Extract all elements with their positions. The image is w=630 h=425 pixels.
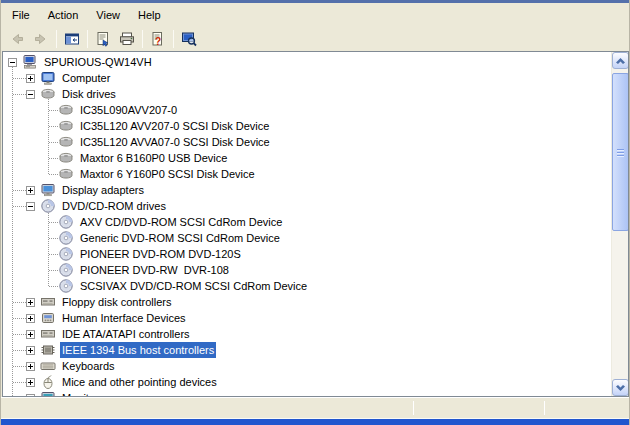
print-button[interactable]	[116, 28, 138, 50]
expand-expander-icon[interactable]	[26, 74, 35, 83]
tree-item-label[interactable]: PIONEER DVD-ROM DVD-120S	[78, 246, 243, 262]
tree-item-label[interactable]: Monitors	[60, 390, 106, 396]
expand-expander-icon[interactable]	[26, 186, 35, 195]
expand-expander-icon[interactable]	[26, 378, 35, 387]
tree-item-label[interactable]: Maxtor 6 B160P0 USB Device	[78, 150, 229, 166]
vertical-scrollbar[interactable]	[611, 52, 628, 396]
scrollbar-thumb[interactable]	[612, 73, 629, 231]
menu-bar: FileActionViewHelp	[1, 3, 629, 26]
toolbar-separator	[56, 30, 57, 48]
menu-action[interactable]: Action	[39, 6, 88, 24]
tree-row: SCSIVAX DVD/CD-ROM SCSI CdRom Device	[3, 278, 611, 294]
ieee1394-icon	[40, 342, 56, 358]
tree-connector	[49, 174, 58, 175]
expand-expander-icon[interactable]	[26, 314, 35, 323]
tree-connector	[13, 94, 26, 95]
expand-expander-icon[interactable]	[26, 394, 35, 397]
tree-connector	[13, 206, 26, 207]
menu-file[interactable]: File	[3, 6, 39, 24]
toolbar: ?	[1, 26, 629, 51]
tree-row: Display adapters	[3, 182, 611, 198]
help-button[interactable]: ?	[147, 28, 169, 50]
disk-drive-icon	[58, 134, 74, 150]
cdrom-drive-icon	[58, 246, 74, 262]
chevron-down-icon	[616, 385, 625, 391]
tree-item-label[interactable]: IC35L090AVV207-0	[78, 102, 179, 118]
tree-item-label[interactable]: IC35L120 AVV207-0 SCSI Disk Device	[78, 118, 271, 134]
tree-row: Human Interface Devices	[3, 310, 611, 326]
toolbar-separator	[142, 30, 143, 48]
tree-row: Generic DVD-ROM SCSI CdRom Device	[3, 230, 611, 246]
tree-connector	[49, 270, 58, 271]
floppy-controller-icon	[40, 294, 56, 310]
tree-item-label[interactable]: IEEE 1394 Bus host controllers	[60, 342, 216, 358]
tree-row: PIONEER DVD-RW DVR-108	[3, 262, 611, 278]
tree-item-label[interactable]: Mice and other pointing devices	[60, 374, 219, 390]
properties-button[interactable]	[92, 28, 114, 50]
collapse-expander-icon[interactable]	[26, 90, 35, 99]
tree-item-label[interactable]: Display adapters	[60, 182, 146, 198]
scroll-down-button[interactable]	[612, 379, 629, 396]
tree-row: IC35L120 AVV207-0 SCSI Disk Device	[3, 118, 611, 134]
expand-expander-icon[interactable]	[26, 362, 35, 371]
console-tree-icon	[64, 31, 80, 47]
show-console-tree-button[interactable]	[61, 28, 83, 50]
tree-connector	[13, 334, 26, 335]
tree-row: Monitors	[3, 390, 611, 396]
tree-item-label[interactable]: SCSIVAX DVD/CD-ROM SCSI CdRom Device	[78, 278, 309, 294]
scan-hardware-button[interactable]	[178, 28, 200, 50]
tree-connector	[49, 238, 58, 239]
expand-expander-icon[interactable]	[26, 298, 35, 307]
ide-controller-icon	[40, 326, 56, 342]
tree-row: Computer	[3, 70, 611, 86]
computer-icon	[40, 70, 56, 86]
forward-arrow-icon	[33, 31, 49, 47]
tree-row: AXV CD/DVD-ROM SCSI CdRom Device	[3, 214, 611, 230]
tree-item-label[interactable]: Human Interface Devices	[60, 310, 188, 326]
scroll-up-button[interactable]	[612, 52, 629, 69]
device-manager-window: FileActionViewHelp ? SPURIOUS-QW14VHComp…	[0, 0, 630, 425]
tree-item-label[interactable]: AXV CD/DVD-ROM SCSI CdRom Device	[78, 214, 284, 230]
menu-help[interactable]: Help	[129, 6, 170, 24]
tree-connector	[49, 142, 58, 143]
forward-button	[30, 28, 52, 50]
cdrom-drive-icon	[58, 278, 74, 294]
keyboard-icon	[40, 358, 56, 374]
taskbar-top-edge	[1, 418, 629, 425]
expand-expander-icon[interactable]	[26, 346, 35, 355]
collapse-expander-icon[interactable]	[8, 58, 17, 67]
hid-icon	[40, 310, 56, 326]
tree-connector	[13, 350, 26, 351]
tree-item-label[interactable]: Floppy disk controllers	[60, 294, 173, 310]
tree-item-label[interactable]: SPURIOUS-QW14VH	[42, 54, 154, 70]
tree-connector	[49, 222, 58, 223]
device-tree: SPURIOUS-QW14VHComputerDisk drivesIC35L0…	[3, 54, 611, 396]
tree-row: IEEE 1394 Bus host controllers	[3, 342, 611, 358]
tree-connector	[49, 158, 58, 159]
disk-drive-icon	[58, 118, 74, 134]
properties-icon	[95, 31, 111, 47]
tree-item-label[interactable]: IDE ATA/ATAPI controllers	[60, 326, 192, 342]
svg-text:?: ?	[155, 35, 161, 46]
disk-drive-icon	[58, 102, 74, 118]
tree-row: Keyboards	[3, 358, 611, 374]
chevron-up-icon	[616, 58, 625, 64]
tree-item-label[interactable]: Disk drives	[60, 86, 118, 102]
collapse-expander-icon[interactable]	[26, 202, 35, 211]
expand-expander-icon[interactable]	[26, 330, 35, 339]
tree-item-label[interactable]: Generic DVD-ROM SCSI CdRom Device	[78, 230, 282, 246]
scan-icon	[181, 31, 197, 47]
tree-item-label[interactable]: DVD/CD-ROM drives	[60, 198, 168, 214]
menu-view[interactable]: View	[87, 6, 129, 24]
cdrom-drive-icon	[58, 230, 74, 246]
back-arrow-icon	[9, 31, 25, 47]
tree-item-label[interactable]: PIONEER DVD-RW DVR-108	[78, 262, 231, 278]
computer-network-icon	[22, 54, 38, 70]
tree-item-label[interactable]: IC35L120 AVVA07-0 SCSI Disk Device	[78, 134, 272, 150]
tree-item-label[interactable]: Keyboards	[60, 358, 117, 374]
tree-item-label[interactable]: Maxtor 6 Y160P0 SCSI Disk Device	[78, 166, 257, 182]
tree-connector	[13, 190, 26, 191]
tree-item-label[interactable]: Computer	[60, 70, 112, 86]
cdrom-drive-icon	[40, 198, 56, 214]
status-bar-divider	[413, 401, 414, 415]
